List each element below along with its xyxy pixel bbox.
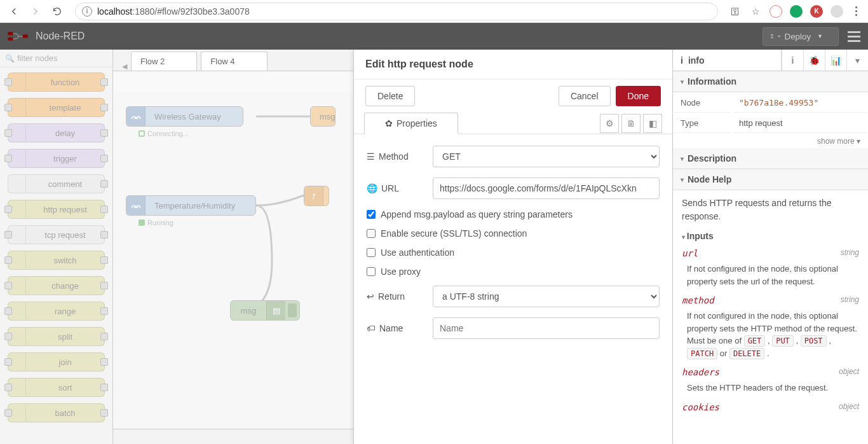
svg-rect-2 [23,35,28,38]
delete-button[interactable]: Delete [365,86,415,106]
sidebar: iinfo i 🐞 📊 ▾ Information Node"b767a18e.… [672,50,868,444]
sidebar-info-button[interactable]: i [782,50,803,71]
ssl-checkbox[interactable] [367,229,376,238]
node-description-button[interactable]: 🗎 [621,114,641,133]
svg-rect-4 [771,37,773,38]
proxy-checkbox[interactable] [367,267,376,276]
wireless-icon [126,107,146,126]
info-table: Node"b767a18e.49953" Typehttp request [673,92,868,134]
method-select[interactable]: GET [433,146,660,167]
main-menu-button[interactable] [848,31,860,42]
node-wireless-gateway[interactable]: Wireless Gateway [126,106,243,127]
node-appearance-button[interactable]: ◧ [643,114,662,133]
sensor-status: Running [139,219,173,226]
url-text: localhost:1880/#flow/92f30be3.3a0078 [97,6,711,17]
append-checkbox[interactable] [367,210,376,219]
star-icon[interactable]: ☆ [749,4,763,18]
globe-icon: 🌐 [367,183,377,193]
done-button[interactable]: Done [616,86,661,106]
browser-chrome: i localhost:1880/#flow/92f30be3.3a0078 ⚿… [0,0,868,23]
tag-icon: 🏷 [367,323,376,333]
back-button[interactable] [5,3,23,20]
extension-icon-3[interactable]: K [810,4,824,18]
debug-icon: ▤ [266,301,285,320]
auth-checkbox[interactable] [367,248,376,257]
node-function-1[interactable]: msg [310,106,336,127]
site-info-icon[interactable]: i [82,6,92,17]
section-description[interactable]: Description [673,148,868,169]
node-function-2[interactable]: f [304,186,329,206]
name-input[interactable] [433,317,660,339]
function-icon: f [304,186,323,205]
svg-rect-1 [8,38,13,41]
app-logo [8,30,29,43]
svg-rect-5 [778,36,780,37]
browser-menu-button[interactable] [849,6,863,16]
show-more-link[interactable]: show more ▾ [673,134,868,148]
gateway-status: Connecting... [139,130,189,137]
tabs-prev-button[interactable]: ◀ [118,62,131,71]
key-icon[interactable]: ⚿ [728,4,742,18]
node-debug[interactable]: msg ▤ [230,300,300,321]
properties-tab[interactable]: ✿Properties [364,113,458,134]
sensor-icon [126,196,146,215]
gear-icon: ✿ [385,118,393,128]
palette: 🔍 functiontemplatedelaytriggercommenthtt… [0,50,113,444]
deploy-button[interactable]: Deploy [763,27,839,46]
tab-flow-4[interactable]: Flow 4 [201,52,267,71]
sidebar-dropdown-button[interactable]: ▾ [846,50,868,71]
extension-icon-1[interactable] [769,4,783,18]
tab-flow-2[interactable]: Flow 2 [131,52,197,71]
node-temp-humidity[interactable]: Temperature/Humidity [126,195,256,216]
edit-panel: Edit http request node Delete Cancel Don… [353,50,672,444]
cancel-button[interactable]: Cancel [559,86,611,106]
node-id: "b767a18e.49953" [739,98,818,108]
method-desc: If not configured in the node, this opti… [687,310,859,359]
palette-overlay [0,50,112,444]
edit-title: Edit http request node [354,50,672,80]
reload-button[interactable] [48,3,66,20]
forward-button[interactable] [27,3,44,20]
url-input[interactable] [433,177,660,199]
section-information[interactable]: Information [673,71,868,92]
profile-icon[interactable] [830,4,844,18]
app-header: Node-RED Deploy [0,23,868,50]
sidebar-chart-button[interactable]: 📊 [825,50,846,71]
app-title: Node-RED [36,31,85,42]
node-settings-button[interactable]: ⚙ [600,114,619,133]
svg-rect-3 [771,34,773,36]
extension-icon-2[interactable] [789,4,803,18]
help-body: Sends HTTP requests and returns the resp… [673,190,868,420]
url-bar[interactable]: i localhost:1880/#flow/92f30be3.3a0078 [75,3,718,20]
inputs-heading: Inputs [682,230,859,243]
return-icon: ↩ [367,291,374,302]
sidebar-tab-info[interactable]: iinfo [673,50,782,71]
list-icon: ☰ [367,151,375,162]
return-select[interactable]: a UTF-8 string [433,286,660,307]
sidebar-debug-button[interactable]: 🐞 [803,50,825,71]
section-nodehelp[interactable]: Node Help [673,169,868,190]
svg-rect-0 [8,32,13,35]
